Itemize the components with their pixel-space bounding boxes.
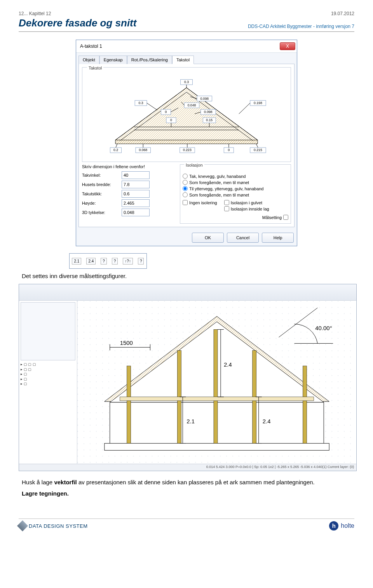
chk-gulvet[interactable]	[224, 200, 229, 205]
iso-legend: Isolasjon	[184, 163, 204, 167]
paragraph-1: Det settes inn diverse målsettingsfigure…	[22, 273, 354, 279]
annot-24a: 2.4	[224, 361, 232, 368]
dim-icon-5[interactable]: ↑?↑	[123, 258, 133, 264]
dim-icon-4[interactable]: ?	[112, 258, 118, 264]
svg-text:0.048: 0.048	[188, 103, 196, 107]
dim-icon-1[interactable]: 2.1	[72, 258, 81, 264]
chk-gulvet-label: Isolasjon i gulvet	[231, 200, 262, 205]
tab-objekt[interactable]: Objekt	[78, 56, 99, 64]
truss-dialog: A-takstol 1 X Objekt Egenskap Rot./Pos./…	[76, 40, 297, 246]
cad-tool-palette	[21, 302, 75, 360]
svg-text:0.098: 0.098	[204, 110, 213, 114]
svg-text:0: 0	[170, 118, 172, 122]
cad-sidebar: ▸ ▢ ▢ ▢▸ ▢ ▢▸ ▢▸ ▢▸ ▢	[19, 301, 77, 464]
annot-1500: 1500	[120, 339, 133, 346]
radio-label-3: Som foregående, men til mønet	[189, 193, 249, 197]
tab-body: Takstol	[78, 64, 295, 227]
holte-logo: h holte	[329, 521, 354, 531]
dim-icon-2[interactable]: 2.4	[86, 258, 96, 264]
label-bredde: Husets bredde:	[82, 182, 119, 187]
maal-label: Målsetting	[262, 215, 282, 220]
annot-21: 2.1	[186, 418, 195, 424]
svg-line-50	[256, 144, 258, 148]
annot-24b: 2.4	[263, 418, 271, 424]
input-hoyde[interactable]	[122, 199, 150, 207]
radio-iso-1[interactable]	[183, 180, 188, 185]
truss-fieldset: Takstol	[82, 67, 291, 162]
page-title: Dekorere fasade og snitt	[19, 17, 136, 29]
dimension-icon-strip: 2.1 2.4 ? ? ↑?↑ ?	[69, 253, 147, 269]
cad-status-bar: 0.014 5.424 3.000 P=0.0x0.0 | Sp: 0.05 1…	[19, 464, 356, 471]
paragraph-3: Lagre tegningen.	[22, 490, 354, 497]
cad-tree: ▸ ▢ ▢ ▢▸ ▢ ▢▸ ▢▸ ▢▸ ▢	[21, 362, 75, 386]
tab-takstol[interactable]: Takstol	[172, 56, 194, 64]
radio-label-2: Til yttervegg, yttervegg, gulv, hanaband	[189, 186, 263, 191]
cad-toolbar	[19, 284, 356, 301]
svg-line-14	[147, 103, 157, 110]
chk-ingen-label: Ingen isolering	[189, 200, 217, 205]
tab-rot-pos[interactable]: Rot./Pos./Skalering	[127, 56, 172, 64]
dim-icon-3[interactable]: ?	[101, 258, 107, 264]
chk-innside-label: Isolasjon innside lag	[231, 207, 269, 211]
svg-text:0.198: 0.198	[254, 101, 262, 105]
close-button[interactable]: X	[280, 42, 295, 50]
dims-note: Skriv dimensjon i feltene ovenfor!	[82, 164, 176, 169]
cad-screenshot: ▸ ▢ ▢ ▢▸ ▢ ▢▸ ▢▸ ▢▸ ▢	[19, 284, 357, 471]
chk-ingen[interactable]	[183, 200, 188, 205]
dialog-tabs: Objekt Egenskap Rot./Pos./Skalering Taks…	[76, 53, 297, 64]
svg-text:0.098: 0.098	[200, 97, 209, 101]
radio-iso-0[interactable]	[183, 174, 188, 179]
tab-egenskap[interactable]: Egenskap	[99, 56, 127, 64]
input-tykkelse[interactable]	[122, 209, 150, 216]
svg-text:0.15: 0.15	[206, 118, 213, 122]
svg-text:0: 0	[165, 110, 167, 114]
dim-icon-6[interactable]: ?	[138, 258, 144, 264]
svg-text:0.2: 0.2	[113, 148, 118, 152]
dialog-titlebar: A-takstol 1 X	[76, 40, 297, 53]
paragraph-2: Husk å lage vektorfil av presentasjonen …	[22, 479, 354, 485]
cad-canvas: 1500 40.00° 2.4	[77, 301, 356, 464]
page-subtitle: DDS-CAD Arkitekt Byggmester - innføring …	[248, 24, 354, 29]
svg-rect-59	[214, 329, 218, 443]
label-takutstikk: Takutstikk:	[82, 191, 119, 196]
radio-label-1: Som foregående, men til mønet	[189, 180, 249, 185]
chk-maalsetting[interactable]	[283, 215, 288, 220]
chk-innside[interactable]	[224, 206, 229, 211]
svg-text:0.215: 0.215	[254, 148, 262, 152]
dimensions-panel: Skriv dimensjon i feltene ovenfor! Takvi…	[82, 164, 176, 224]
input-bredde[interactable]	[122, 181, 150, 188]
radio-iso-2[interactable]	[183, 186, 188, 191]
help-button[interactable]: Help	[262, 233, 294, 243]
label-hoyde: Høyde:	[82, 201, 119, 205]
svg-text:0.068: 0.068	[139, 148, 147, 152]
cancel-button[interactable]: Cancel	[227, 233, 259, 243]
svg-line-38	[116, 144, 117, 148]
svg-rect-61	[303, 366, 307, 443]
svg-rect-62	[120, 397, 314, 401]
svg-rect-56	[105, 444, 329, 451]
isolation-group: Isolasjon Tak, knevegg, gulv, hanaband S…	[180, 164, 291, 224]
svg-text:0.3: 0.3	[138, 101, 143, 105]
svg-text:0.3: 0.3	[184, 80, 189, 84]
chapter-ref: 12... Kapittel 12	[19, 11, 51, 16]
label-takvinkel: Takvinkel:	[82, 173, 119, 177]
page-footer: DATA DESIGN SYSTEM h holte	[19, 518, 354, 531]
svg-marker-1	[115, 88, 258, 144]
dds-logo: DATA DESIGN SYSTEM	[19, 522, 88, 530]
page-date: 19.07.2012	[331, 11, 354, 16]
fieldset-label: Takstol	[87, 66, 103, 70]
radio-label-0: Tak, knevegg, gulv, hanaband	[189, 174, 246, 179]
label-tykkelse: 3D tykkelse:	[82, 210, 119, 215]
input-takutstikk[interactable]	[122, 190, 150, 198]
svg-text:0.223: 0.223	[183, 148, 192, 152]
dialog-title: A-takstol 1	[80, 43, 102, 49]
annot-angle: 40.00°	[315, 325, 332, 331]
radio-iso-3[interactable]	[183, 192, 188, 197]
holte-text: holte	[341, 522, 354, 529]
svg-text:0: 0	[228, 148, 230, 152]
ok-button[interactable]: OK	[192, 233, 224, 243]
dds-cube-icon	[17, 520, 28, 531]
input-takvinkel[interactable]	[122, 171, 150, 179]
truss-diagram: 0.3 0.3 0 0.098 0.048 0.098 0 0.15 0.198…	[85, 73, 288, 158]
svg-rect-8	[115, 140, 258, 144]
